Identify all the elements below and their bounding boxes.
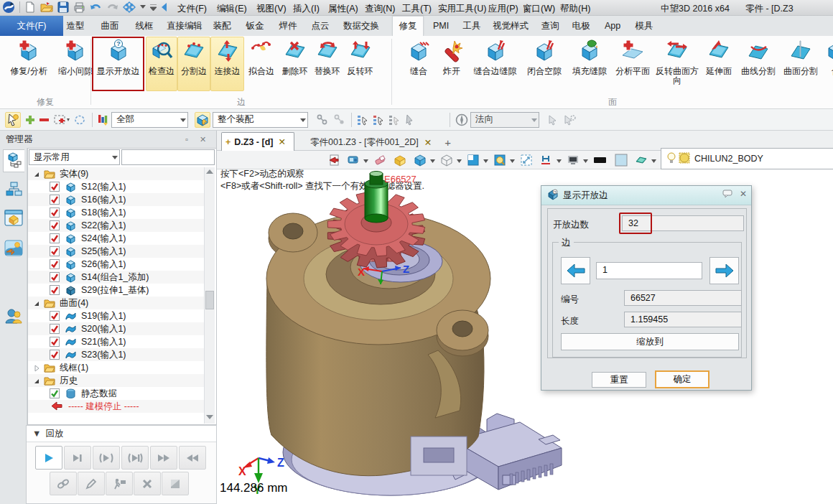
dialog-close-icon[interactable]: ✕ <box>740 189 747 199</box>
assembly-tab-icon[interactable] <box>3 178 24 201</box>
tab-13[interactable]: 视觉样式 <box>488 16 533 36</box>
tab-5[interactable]: 装配 <box>208 16 236 36</box>
tree-item[interactable]: S23(输入1) <box>28 348 204 361</box>
scroll-thumb[interactable] <box>205 291 214 309</box>
tree-item[interactable]: S16(输入1) <box>28 193 204 206</box>
collapse-ribbon-icon[interactable] <box>161 3 167 11</box>
ribbon-button-loop-flip[interactable]: 反转环 <box>344 37 376 91</box>
tree-item[interactable]: S19(输入1) <box>28 309 204 322</box>
print-button[interactable] <box>73 2 85 13</box>
stop-state-button[interactable] <box>162 472 189 495</box>
view-rotate-button[interactable] <box>123 1 136 13</box>
menu-6[interactable]: 查询(N) <box>365 3 395 15</box>
add-select-icon[interactable] <box>25 115 35 125</box>
tab-11[interactable]: PMI <box>427 16 455 36</box>
dropdown-arrow-icon[interactable] <box>583 155 588 165</box>
list-pick-icon2[interactable] <box>373 114 384 126</box>
tree-search-input[interactable] <box>121 149 215 165</box>
edge-index-field[interactable]: 1 <box>596 262 702 279</box>
tree-item[interactable]: ----- 建模停止 ----- <box>28 400 204 413</box>
reset-button[interactable]: 重置 <box>592 372 646 388</box>
tree-item[interactable]: 历史 <box>28 374 204 387</box>
document-tab-active[interactable]: + D.Z3 - [d] ✕ <box>221 132 294 151</box>
ribbon-button-loop-x[interactable]: 删除环 <box>279 37 311 91</box>
ok-button[interactable]: 确定 <box>655 370 709 388</box>
undo-button[interactable] <box>90 2 102 12</box>
tab-8[interactable]: 点云 <box>306 16 335 36</box>
regen-link-button[interactable] <box>50 472 77 495</box>
document-tab-inactive[interactable]: 零件001.Z3 - [零件001_2D] ✕ + <box>310 134 451 151</box>
tab-14[interactable]: 查询 <box>536 16 564 36</box>
tab-7[interactable]: 焊件 <box>274 16 302 36</box>
dropdown-arrow-icon[interactable] <box>363 155 368 165</box>
tab-1[interactable]: 造型 <box>61 16 90 36</box>
scope-dropdown[interactable]: 整个装配 <box>213 112 308 128</box>
tab-file[interactable]: 文件(F) <box>0 16 63 36</box>
menu-4[interactable]: 插入(I) <box>293 3 320 15</box>
tab-4[interactable]: 直接编辑 <box>162 16 207 36</box>
corner-view-icon[interactable] <box>467 154 480 167</box>
new-file-button[interactable] <box>24 1 36 13</box>
ribbon-button-box-cross[interactable]: 修复/分析 <box>6 37 51 91</box>
rewind-button[interactable] <box>179 446 206 470</box>
menu-5[interactable]: 属性(A) <box>328 3 358 15</box>
eraser-icon[interactable] <box>373 154 386 167</box>
manager-tab-icon[interactable] <box>3 149 24 172</box>
visibility-checkbox[interactable] <box>50 337 60 349</box>
bulb-icon[interactable] <box>667 152 676 166</box>
tab-16[interactable]: App <box>598 16 627 36</box>
tree-item[interactable]: 实体(9) <box>28 167 204 180</box>
ribbon-button-box-stitch[interactable]: 缝合 <box>403 37 434 91</box>
tab-6[interactable]: 钣金 <box>241 16 269 36</box>
ribbon-button-surface-dot[interactable]: 分割边 <box>177 37 210 91</box>
bg-swatch-icon[interactable] <box>615 154 628 167</box>
tree-item[interactable]: 线框(1) <box>28 361 204 374</box>
visibility-checkbox[interactable] <box>50 350 60 362</box>
display-mode-icon[interactable] <box>347 154 360 167</box>
shade-box-icon[interactable] <box>394 154 406 167</box>
play-to-feature-button[interactable] <box>93 446 120 470</box>
ribbon-button-box-fill[interactable]: 填充缝隙 <box>568 37 611 91</box>
dropdown-arrow-icon[interactable] <box>457 155 462 165</box>
visibility-checkbox[interactable] <box>50 195 60 207</box>
visibility-checkbox[interactable] <box>50 285 60 297</box>
ribbon-button-box-magnifier[interactable]: 检查边 <box>146 37 177 91</box>
open-file-button[interactable] <box>40 1 53 13</box>
surface-mode-icon[interactable] <box>635 154 648 167</box>
save-button[interactable] <box>57 1 69 13</box>
visibility-checkbox[interactable] <box>50 207 60 220</box>
pick-normal-icon1[interactable] <box>547 114 559 126</box>
dropdown-arrow-icon[interactable] <box>651 155 656 165</box>
prev-edge-button[interactable] <box>561 257 590 284</box>
dropdown-arrow-icon[interactable] <box>510 155 515 165</box>
tree-item[interactable]: S14(组合1_添加) <box>28 271 204 284</box>
visibility-checkbox[interactable] <box>50 220 60 233</box>
ribbon-button-box-seam[interactable]: 闭合空隙 <box>522 37 567 91</box>
ribbon-button-surface-arrows[interactable]: 连接边 <box>210 37 244 91</box>
zoom-window-icon[interactable] <box>493 154 506 167</box>
ribbon-button-box-seam[interactable]: 缝合边缝隙 <box>469 37 521 91</box>
next-edge-button[interactable] <box>709 257 739 284</box>
play-button[interactable] <box>35 446 62 470</box>
tree-item[interactable]: S26(输入1) <box>28 258 204 271</box>
list-pick-icon3[interactable] <box>388 114 400 126</box>
tree-item[interactable]: S25(输入1) <box>28 245 204 258</box>
monitor-icon[interactable] <box>567 154 580 167</box>
user-tab-icon[interactable] <box>3 304 24 327</box>
tree-scrollbar[interactable] <box>204 167 215 424</box>
pick-normal-icon2[interactable] <box>563 114 576 126</box>
normal-dropdown[interactable]: 法向 <box>470 112 539 128</box>
tree-item[interactable]: S12(输入1) <box>28 180 204 193</box>
play-through-button[interactable] <box>121 446 149 470</box>
marquee-select-icon[interactable] <box>54 114 70 126</box>
menu-8[interactable]: 实用工具(U) <box>438 3 486 15</box>
tree-item[interactable]: 曲面(4) <box>28 297 204 309</box>
tab-9[interactable]: 数据交换 <box>339 16 383 36</box>
ribbon-button-surface-flip[interactable]: 反转曲面方向 <box>654 37 700 91</box>
visibility-checkbox[interactable] <box>50 182 60 194</box>
menu-7[interactable]: 工具(T) <box>402 3 432 15</box>
ribbon-button-loop-swap[interactable]: 替换环 <box>311 37 343 91</box>
relate-icon1[interactable] <box>316 114 329 126</box>
ribbon-button-box-stitch[interactable]: 合 <box>822 37 833 91</box>
tree-twisty-icon[interactable] <box>33 170 40 180</box>
